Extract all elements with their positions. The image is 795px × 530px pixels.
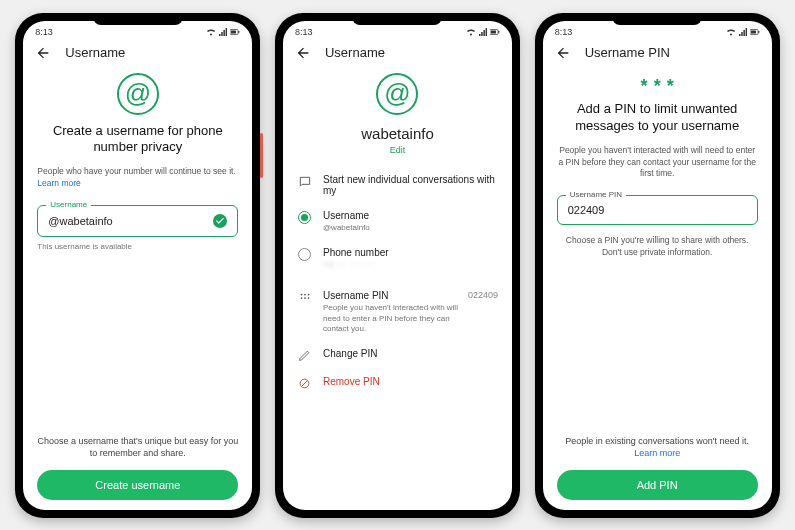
battery-icon [750, 29, 760, 35]
radio-unchecked-icon [298, 248, 311, 261]
svg-rect-4 [491, 30, 496, 33]
change-pin-row[interactable]: Change PIN [297, 341, 498, 369]
field-label: Username [46, 200, 91, 209]
option-handle: @wabetainfo [323, 223, 498, 233]
start-conversations-row: Start new individual conversations with … [297, 167, 498, 203]
status-icons [206, 28, 240, 36]
phone-frame-1: 8:13 Username @ Create a username for ph… [15, 13, 260, 518]
option-phone[interactable]: Phone number +1 ··· ··· ···· [297, 240, 498, 277]
svg-point-10 [304, 297, 306, 299]
screen-1: 8:13 Username @ Create a username for ph… [23, 21, 252, 510]
svg-point-6 [301, 294, 303, 296]
row-sub: People you haven't interacted with will … [323, 303, 458, 334]
remove-pin-row[interactable]: Remove PIN [297, 369, 498, 397]
status-time: 8:13 [555, 27, 573, 37]
pin-input[interactable]: Username PIN 022409 [557, 195, 758, 225]
row-title: Start new individual conversations with … [323, 174, 498, 196]
availability-hint: This username is available [37, 242, 238, 251]
option-label: Username [323, 210, 498, 221]
check-icon [213, 214, 227, 228]
pencil-icon [298, 349, 311, 362]
footer-hint: Choose a username that's unique but easy… [37, 435, 238, 459]
svg-rect-15 [751, 30, 756, 33]
content-1: @ Create a username for phone number pri… [23, 67, 252, 510]
pin-keypad-icon [298, 291, 312, 305]
below-field-text: Choose a PIN you're willing to share wit… [557, 235, 758, 258]
back-icon[interactable] [555, 45, 571, 61]
svg-point-7 [304, 294, 306, 296]
at-icon: @ [376, 73, 418, 115]
field-value: @wabetainfo [48, 215, 112, 227]
footer-hint: People in existing conversations won't n… [557, 435, 758, 459]
status-time: 8:13 [35, 27, 53, 37]
option-username[interactable]: Username @wabetainfo [297, 203, 498, 240]
battery-icon [230, 29, 240, 35]
appbar: Username PIN [543, 39, 772, 67]
field-label: Username PIN [566, 190, 626, 199]
appbar: Username [283, 39, 512, 67]
svg-point-8 [308, 294, 310, 296]
appbar-title: Username [65, 45, 125, 60]
statusbar: 8:13 [543, 21, 772, 39]
wifi-icon [466, 28, 476, 36]
back-icon[interactable] [35, 45, 51, 61]
svg-rect-1 [231, 30, 236, 33]
appbar: Username [23, 39, 252, 67]
create-username-button[interactable]: Create username [37, 470, 238, 500]
phone-frame-3: 8:13 Username PIN *** Add a PIN to limit… [535, 13, 780, 518]
asterisks-icon: *** [557, 81, 758, 92]
radio-checked-icon [298, 211, 311, 224]
svg-point-11 [308, 297, 310, 299]
username-display: wabetainfo [297, 125, 498, 142]
back-icon[interactable] [295, 45, 311, 61]
block-icon [298, 377, 311, 390]
page-subtext: People who have your number will continu… [37, 166, 238, 189]
phone-masked: +1 ··· ··· ···· [323, 260, 498, 270]
battery-icon [490, 29, 500, 35]
row-title: Username PIN [323, 290, 458, 301]
at-icon: @ [117, 73, 159, 115]
learn-more-link[interactable]: Learn more [37, 178, 80, 188]
screen-3: 8:13 Username PIN *** Add a PIN to limit… [543, 21, 772, 510]
field-value: 022409 [568, 204, 605, 216]
wifi-icon [726, 28, 736, 36]
signal-icon [739, 28, 747, 36]
svg-rect-5 [498, 30, 499, 33]
username-pin-row[interactable]: Username PIN People you haven't interact… [297, 283, 498, 341]
chat-icon [298, 175, 312, 189]
svg-line-13 [302, 381, 308, 387]
wifi-icon [206, 28, 216, 36]
statusbar: 8:13 [23, 21, 252, 39]
appbar-title: Username [325, 45, 385, 60]
page-heading: Create a username for phone number priva… [37, 123, 238, 157]
screen-2: 8:13 Username @ wabetainfo Edit Start ne… [283, 21, 512, 510]
statusbar: 8:13 [283, 21, 512, 39]
learn-more-link[interactable]: Learn more [634, 448, 680, 458]
status-icons [726, 28, 760, 36]
row-title: Remove PIN [323, 376, 498, 387]
svg-rect-16 [758, 30, 759, 33]
appbar-title: Username PIN [585, 45, 670, 60]
username-input[interactable]: Username @wabetainfo [37, 205, 238, 237]
row-title: Change PIN [323, 348, 498, 359]
phone-frame-2: 8:13 Username @ wabetainfo Edit Start ne… [275, 13, 520, 518]
signal-icon [479, 28, 487, 36]
page-heading: Add a PIN to limit unwanted messages to … [557, 101, 758, 135]
content-3: *** Add a PIN to limit unwanted messages… [543, 67, 772, 510]
svg-rect-2 [239, 30, 240, 33]
content-2: @ wabetainfo Edit Start new individual c… [283, 67, 512, 510]
signal-icon [219, 28, 227, 36]
page-subtext: People you haven't interacted with will … [557, 145, 758, 179]
option-label: Phone number [323, 247, 498, 258]
svg-point-9 [301, 297, 303, 299]
edit-link[interactable]: Edit [297, 145, 498, 155]
add-pin-button[interactable]: Add PIN [557, 470, 758, 500]
status-time: 8:13 [295, 27, 313, 37]
status-icons [466, 28, 500, 36]
pin-value: 022409 [468, 290, 498, 300]
